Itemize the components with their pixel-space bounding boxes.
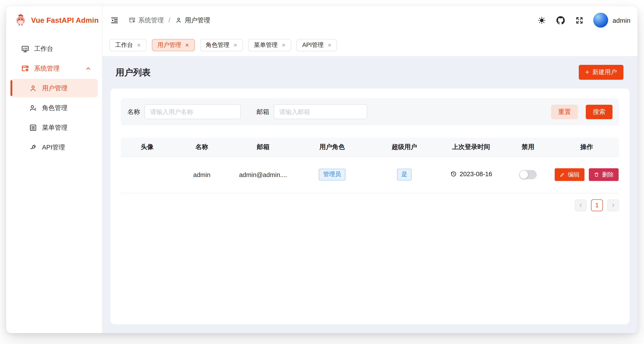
sidebar: Vue FastAPI Admin 工作台 bbox=[6, 6, 102, 333]
col-name: 名称 bbox=[173, 138, 230, 156]
tab-api[interactable]: API管理 ✕ bbox=[296, 39, 337, 51]
logo-chick-icon bbox=[14, 13, 27, 28]
tab-roles[interactable]: 角色管理 ✕ bbox=[200, 39, 243, 51]
monitor-icon bbox=[21, 45, 29, 53]
sidebar-menu: 工作台 系统管理 bbox=[6, 34, 102, 158]
new-user-button[interactable]: + 新建用户 bbox=[578, 65, 624, 80]
chevron-left-icon bbox=[578, 202, 584, 208]
sidebar-item-label: 系统管理 bbox=[34, 64, 60, 73]
chevron-right-icon bbox=[610, 202, 616, 208]
table-header-row: 头像 名称 邮箱 用户角色 超级用户 上次登录时间 禁用 操作 bbox=[121, 138, 619, 156]
pencil-icon bbox=[560, 172, 565, 177]
sidebar-item-system[interactable]: 系统管理 bbox=[10, 59, 98, 78]
breadcrumb-item-system[interactable]: 系统管理 bbox=[129, 16, 164, 24]
theme-toggle-sun-icon[interactable] bbox=[537, 15, 546, 25]
cell-avatar bbox=[121, 156, 173, 193]
page: Vue FastAPI Admin 工作台 bbox=[0, 0, 644, 344]
clock-history-icon bbox=[450, 170, 457, 177]
col-superuser: 超级用户 bbox=[368, 138, 440, 156]
user-avatar[interactable] bbox=[593, 13, 608, 28]
cell-actions: 编辑 删除 bbox=[554, 156, 619, 193]
search-button[interactable]: 搜索 bbox=[586, 105, 612, 119]
reset-button[interactable]: 重置 bbox=[551, 105, 578, 119]
col-avatar: 头像 bbox=[121, 138, 173, 156]
plus-icon: + bbox=[585, 69, 589, 76]
search-filter-bar: 名称 邮箱 重置 搜索 bbox=[121, 98, 619, 125]
user-icon bbox=[29, 84, 37, 92]
breadcrumb-item-users[interactable]: 用户管理 bbox=[175, 16, 210, 24]
edit-button[interactable]: 编辑 bbox=[555, 168, 584, 181]
tab-bar: 工作台 ✕ 用户管理 ✕ 角色管理 ✕ 菜单管理 ✕ API管理 ✕ bbox=[102, 34, 638, 56]
page-title: 用户列表 bbox=[116, 66, 150, 78]
tab-menus[interactable]: 菜单管理 ✕ bbox=[248, 39, 291, 51]
role-tag: 管理员 bbox=[319, 169, 346, 180]
breadcrumb: 系统管理 / 用户管理 bbox=[129, 16, 210, 24]
sidebar-collapse-icon[interactable] bbox=[110, 15, 119, 25]
tab-close-icon[interactable]: ✕ bbox=[233, 43, 237, 48]
sidebar-item-label: 菜单管理 bbox=[42, 123, 68, 132]
disabled-toggle[interactable] bbox=[519, 170, 537, 179]
content-header: 用户列表 + 新建用户 bbox=[102, 56, 638, 89]
window-gear-icon bbox=[129, 17, 136, 24]
email-field-label: 邮箱 bbox=[256, 108, 269, 116]
topbar: 系统管理 / 用户管理 bbox=[102, 6, 638, 34]
content-area: 用户列表 + 新建用户 名称 邮箱 重置 bbox=[102, 56, 638, 333]
col-role: 用户角色 bbox=[296, 138, 368, 156]
col-disabled: 禁用 bbox=[502, 138, 554, 156]
pagination-page-1[interactable]: 1 bbox=[591, 199, 603, 211]
sidebar-item-label: 用户管理 bbox=[42, 84, 68, 92]
cell-email: admin@admin.... bbox=[230, 156, 296, 193]
pagination-prev-button[interactable] bbox=[575, 199, 587, 211]
cell-disabled bbox=[502, 156, 554, 193]
sidebar-item-users[interactable]: 用户管理 bbox=[10, 79, 98, 97]
sidebar-item-label: 工作台 bbox=[34, 45, 53, 53]
menu-list-icon bbox=[29, 123, 37, 132]
tab-close-icon[interactable]: ✕ bbox=[137, 43, 141, 48]
col-actions: 操作 bbox=[554, 138, 619, 156]
superuser-tag: 是 bbox=[397, 169, 412, 180]
sidebar-item-menus[interactable]: 菜单管理 bbox=[10, 118, 98, 137]
sidebar-item-api[interactable]: API管理 bbox=[10, 138, 98, 156]
tab-close-icon[interactable]: ✕ bbox=[185, 43, 189, 48]
email-input[interactable] bbox=[274, 104, 367, 119]
table-row: admin admin@admin.... 管理员 是 bbox=[121, 156, 619, 193]
pagination-next-button[interactable] bbox=[607, 199, 619, 211]
tab-workbench[interactable]: 工作台 ✕ bbox=[110, 39, 146, 51]
app-window: Vue FastAPI Admin 工作台 bbox=[6, 6, 638, 333]
toggle-knob bbox=[520, 170, 528, 179]
fullscreen-icon[interactable] bbox=[574, 15, 584, 25]
col-email: 邮箱 bbox=[230, 138, 296, 156]
cell-superuser: 是 bbox=[368, 156, 440, 193]
github-icon[interactable] bbox=[556, 15, 565, 25]
tab-close-icon[interactable]: ✕ bbox=[328, 43, 332, 48]
username: admin bbox=[612, 17, 630, 24]
tab-close-icon[interactable]: ✕ bbox=[282, 43, 286, 48]
trash-icon bbox=[594, 172, 599, 177]
tab-users[interactable]: 用户管理 ✕ bbox=[152, 39, 194, 51]
cell-role: 管理员 bbox=[296, 156, 368, 193]
app-title: Vue FastAPI Admin bbox=[31, 16, 99, 24]
plug-icon bbox=[29, 143, 37, 151]
sidebar-item-label: 角色管理 bbox=[42, 104, 68, 112]
chevron-up-icon bbox=[84, 65, 92, 72]
delete-button[interactable]: 删除 bbox=[589, 168, 618, 181]
logo[interactable]: Vue FastAPI Admin bbox=[6, 6, 102, 34]
topbar-actions: admin bbox=[537, 13, 630, 28]
user-icon bbox=[175, 17, 182, 24]
cell-last-login: 2023-08-16 bbox=[440, 156, 502, 193]
sidebar-item-label: API管理 bbox=[42, 143, 65, 151]
cell-name: admin bbox=[173, 156, 230, 193]
user-list-card: 名称 邮箱 重置 搜索 bbox=[110, 89, 630, 324]
users-table: 头像 名称 邮箱 用户角色 超级用户 上次登录时间 禁用 操作 bbox=[121, 138, 619, 193]
breadcrumb-separator: / bbox=[168, 17, 170, 24]
pagination: 1 bbox=[121, 199, 619, 211]
sidebar-item-workbench[interactable]: 工作台 bbox=[10, 40, 98, 58]
col-last-login: 上次登录时间 bbox=[440, 138, 502, 156]
sidebar-item-roles[interactable]: 角色管理 bbox=[10, 99, 98, 117]
search-buttons: 重置 搜索 bbox=[551, 105, 612, 119]
name-input[interactable] bbox=[144, 104, 241, 119]
main-column: 系统管理 / 用户管理 bbox=[102, 6, 638, 333]
user-role-icon bbox=[29, 104, 37, 112]
window-gear-icon bbox=[21, 64, 29, 73]
name-field-label: 名称 bbox=[128, 108, 140, 116]
